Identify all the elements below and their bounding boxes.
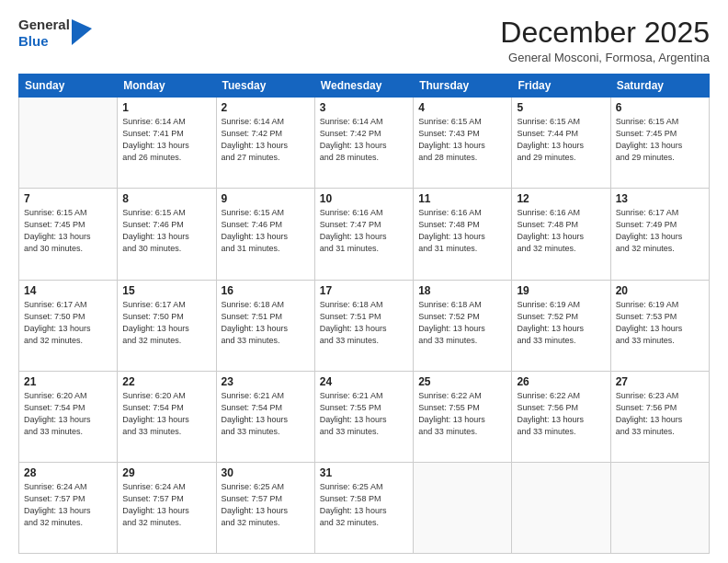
calendar-week-row: 21Sunrise: 6:20 AMSunset: 7:54 PMDayligh… [19,371,710,462]
cell-text: Sunrise: 6:21 AMSunset: 7:54 PMDaylight:… [222,390,310,438]
calendar-header-row: SundayMondayTuesdayWednesdayThursdayFrid… [19,75,710,98]
day-number: 4 [418,101,506,114]
cell-text: Sunrise: 6:19 AMSunset: 7:52 PMDaylight:… [517,299,605,347]
cell-text: Sunrise: 6:15 AMSunset: 7:45 PMDaylight:… [24,207,112,255]
cell-text: Sunrise: 6:15 AMSunset: 7:46 PMDaylight:… [122,207,210,255]
day-number: 24 [320,375,408,388]
day-number: 29 [122,466,210,479]
calendar-week-row: 14Sunrise: 6:17 AMSunset: 7:50 PMDayligh… [19,280,710,371]
logo: General Blue [18,17,92,50]
calendar-cell: 21Sunrise: 6:20 AMSunset: 7:54 PMDayligh… [19,371,118,462]
calendar-cell: 22Sunrise: 6:20 AMSunset: 7:54 PMDayligh… [118,371,216,462]
month-title: December 2025 [500,17,710,49]
day-number: 17 [320,284,408,297]
calendar-cell: 3Sunrise: 6:14 AMSunset: 7:42 PMDaylight… [314,98,413,189]
header: General Blue December 2025 General Mosco… [18,17,710,64]
day-number: 15 [122,284,210,297]
day-number: 1 [122,101,210,114]
day-number: 3 [320,101,408,114]
calendar-day-header: Thursday [414,75,512,98]
cell-text: Sunrise: 6:15 AMSunset: 7:45 PMDaylight:… [616,116,704,164]
calendar-cell: 9Sunrise: 6:15 AMSunset: 7:46 PMDaylight… [216,189,314,280]
day-number: 19 [517,284,605,297]
calendar-cell: 17Sunrise: 6:18 AMSunset: 7:51 PMDayligh… [314,280,413,371]
calendar-cell [19,98,118,189]
cell-text: Sunrise: 6:25 AMSunset: 7:57 PMDaylight:… [222,481,310,529]
day-number: 11 [418,192,506,205]
cell-text: Sunrise: 6:24 AMSunset: 7:57 PMDaylight:… [122,481,210,529]
cell-text: Sunrise: 6:25 AMSunset: 7:58 PMDaylight:… [320,481,408,529]
calendar-cell [512,462,610,553]
calendar-cell: 25Sunrise: 6:22 AMSunset: 7:55 PMDayligh… [414,371,512,462]
calendar-table: SundayMondayTuesdayWednesdayThursdayFrid… [18,74,710,554]
cell-text: Sunrise: 6:18 AMSunset: 7:52 PMDaylight:… [418,299,506,347]
calendar-cell: 27Sunrise: 6:23 AMSunset: 7:56 PMDayligh… [610,371,709,462]
calendar-week-row: 1Sunrise: 6:14 AMSunset: 7:41 PMDaylight… [19,98,710,189]
calendar-cell: 23Sunrise: 6:21 AMSunset: 7:54 PMDayligh… [216,371,314,462]
day-number: 22 [122,375,210,388]
calendar-cell: 24Sunrise: 6:21 AMSunset: 7:55 PMDayligh… [314,371,413,462]
cell-text: Sunrise: 6:14 AMSunset: 7:41 PMDaylight:… [122,116,210,164]
cell-text: Sunrise: 6:19 AMSunset: 7:53 PMDaylight:… [616,299,704,347]
cell-text: Sunrise: 6:20 AMSunset: 7:54 PMDaylight:… [24,390,112,438]
calendar-week-row: 7Sunrise: 6:15 AMSunset: 7:45 PMDaylight… [19,189,710,280]
calendar-cell: 15Sunrise: 6:17 AMSunset: 7:50 PMDayligh… [118,280,216,371]
day-number: 5 [517,101,605,114]
cell-text: Sunrise: 6:15 AMSunset: 7:43 PMDaylight:… [418,116,506,164]
day-number: 23 [222,375,310,388]
calendar-day-header: Saturday [610,75,709,98]
calendar-cell: 6Sunrise: 6:15 AMSunset: 7:45 PMDaylight… [610,98,709,189]
day-number: 30 [222,466,310,479]
day-number: 27 [616,375,704,388]
calendar-cell: 20Sunrise: 6:19 AMSunset: 7:53 PMDayligh… [610,280,709,371]
calendar-cell: 8Sunrise: 6:15 AMSunset: 7:46 PMDaylight… [118,189,216,280]
cell-text: Sunrise: 6:15 AMSunset: 7:46 PMDaylight:… [222,207,310,255]
calendar-cell: 4Sunrise: 6:15 AMSunset: 7:43 PMDaylight… [414,98,512,189]
calendar-cell [414,462,512,553]
day-number: 6 [616,101,704,114]
cell-text: Sunrise: 6:14 AMSunset: 7:42 PMDaylight:… [222,116,310,164]
cell-text: Sunrise: 6:18 AMSunset: 7:51 PMDaylight:… [222,299,310,347]
day-number: 25 [418,375,506,388]
calendar-day-header: Sunday [19,75,118,98]
calendar-cell: 12Sunrise: 6:16 AMSunset: 7:48 PMDayligh… [512,189,610,280]
day-number: 9 [222,192,310,205]
cell-text: Sunrise: 6:15 AMSunset: 7:44 PMDaylight:… [517,116,605,164]
day-number: 10 [320,192,408,205]
calendar-cell [610,462,709,553]
calendar-cell: 28Sunrise: 6:24 AMSunset: 7:57 PMDayligh… [19,462,118,553]
calendar-cell: 14Sunrise: 6:17 AMSunset: 7:50 PMDayligh… [19,280,118,371]
calendar-cell: 2Sunrise: 6:14 AMSunset: 7:42 PMDaylight… [216,98,314,189]
calendar-day-header: Wednesday [314,75,413,98]
calendar-cell: 11Sunrise: 6:16 AMSunset: 7:48 PMDayligh… [414,189,512,280]
subtitle: General Mosconi, Formosa, Argentina [500,51,710,64]
calendar-cell: 5Sunrise: 6:15 AMSunset: 7:44 PMDaylight… [512,98,610,189]
calendar-day-header: Tuesday [216,75,314,98]
day-number: 21 [24,375,112,388]
day-number: 8 [122,192,210,205]
page: General Blue December 2025 General Mosco… [0,0,728,563]
cell-text: Sunrise: 6:16 AMSunset: 7:48 PMDaylight:… [418,207,506,255]
logo-text: General Blue [18,17,70,50]
day-number: 13 [616,192,704,205]
calendar-day-header: Monday [118,75,216,98]
calendar-cell: 19Sunrise: 6:19 AMSunset: 7:52 PMDayligh… [512,280,610,371]
cell-text: Sunrise: 6:14 AMSunset: 7:42 PMDaylight:… [320,116,408,164]
day-number: 2 [222,101,310,114]
cell-text: Sunrise: 6:22 AMSunset: 7:55 PMDaylight:… [418,390,506,438]
day-number: 20 [616,284,704,297]
calendar-cell: 7Sunrise: 6:15 AMSunset: 7:45 PMDaylight… [19,189,118,280]
day-number: 16 [222,284,310,297]
cell-text: Sunrise: 6:20 AMSunset: 7:54 PMDaylight:… [122,390,210,438]
calendar-week-row: 28Sunrise: 6:24 AMSunset: 7:57 PMDayligh… [19,462,710,553]
logo-icon [72,19,92,45]
calendar-cell: 29Sunrise: 6:24 AMSunset: 7:57 PMDayligh… [118,462,216,553]
day-number: 31 [320,466,408,479]
cell-text: Sunrise: 6:17 AMSunset: 7:50 PMDaylight:… [122,299,210,347]
svg-marker-0 [72,19,92,45]
day-number: 14 [24,284,112,297]
day-number: 28 [24,466,112,479]
cell-text: Sunrise: 6:18 AMSunset: 7:51 PMDaylight:… [320,299,408,347]
day-number: 18 [418,284,506,297]
title-block: December 2025 General Mosconi, Formosa, … [500,17,710,64]
